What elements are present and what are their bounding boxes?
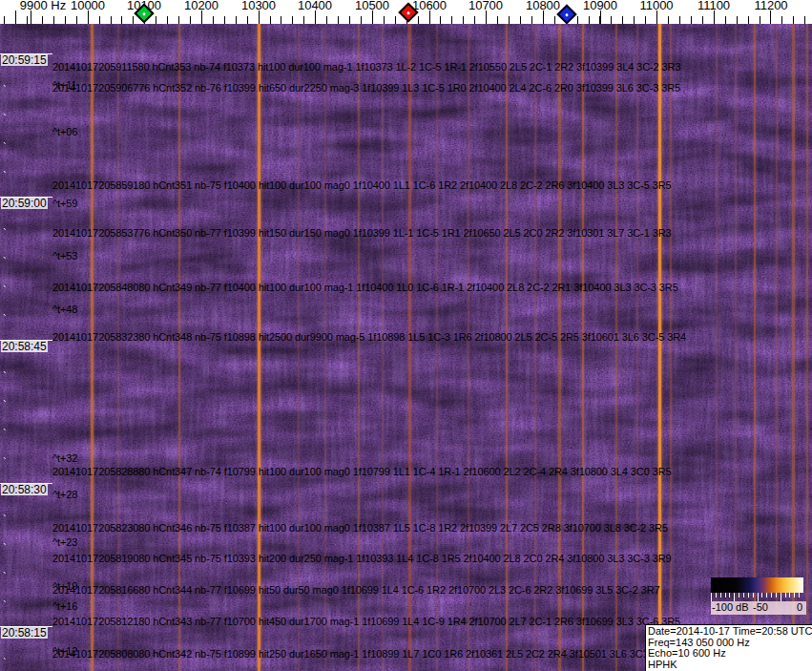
db-label-min: -100 dB bbox=[712, 601, 749, 614]
freq-tick-label: 11000 bbox=[639, 0, 673, 12]
event-time-marker: ^t+16 bbox=[52, 601, 77, 612]
db-scale-ticks bbox=[711, 593, 803, 601]
event-time-marker: ^t+12 bbox=[52, 646, 77, 657]
freq-tick-label: 10200 bbox=[184, 0, 219, 12]
freq-tick-label: 11200 bbox=[754, 0, 787, 12]
db-scale-labels: -100 dB -50 0 bbox=[711, 601, 806, 615]
freq-tick-label: 11100 bbox=[697, 0, 730, 12]
freq-tick-label: 10800 bbox=[526, 0, 560, 12]
freq-tick-label: 10000 bbox=[71, 0, 105, 12]
status-info-box: Date=2014-10-17 Time=20:58 UTC Freq=143 … bbox=[645, 624, 812, 671]
event-time-marker: ^t+48 bbox=[52, 304, 77, 315]
info-echo-frequency: Echo=10 600 Hz bbox=[648, 648, 812, 660]
freq-tick-label: 10700 bbox=[468, 0, 503, 12]
info-station-code: HPHK bbox=[648, 660, 812, 671]
info-date-time: Date=2014-10-17 Time=20:58 UTC bbox=[648, 626, 812, 638]
event-time-marker: ^t+06 bbox=[52, 127, 77, 137]
spectrogram-canvas[interactable]: 20:59:1520:59:0020:58:4520:58:3020:58:15… bbox=[0, 24, 812, 671]
meteor-echo-spectrogram-window: 9900 Hz100001010010200103001040010500106… bbox=[0, 0, 812, 671]
freq-tick-label: 9900 Hz bbox=[20, 0, 66, 12]
freq-tick-label: 10900 bbox=[583, 0, 617, 12]
freq-tick-label: 10400 bbox=[298, 0, 332, 12]
event-time-markers-layer: ^t+11^t+06^t+59^t+53^t+48^t+32^t+28^t+23… bbox=[0, 24, 812, 671]
frequency-axis: 9900 Hz100001010010200103001040010500106… bbox=[0, 0, 812, 24]
event-time-marker: ^t+19 bbox=[52, 581, 77, 592]
event-time-marker: ^t+28 bbox=[52, 490, 77, 500]
db-scale: -100 dB -50 0 bbox=[711, 577, 806, 615]
db-label-mid: -50 bbox=[753, 601, 768, 614]
freq-tick-label: 10500 bbox=[355, 0, 389, 12]
event-time-marker: ^t+32 bbox=[52, 453, 77, 464]
db-label-max: 0 bbox=[797, 601, 802, 614]
event-time-marker: ^t+59 bbox=[52, 199, 77, 209]
event-time-marker: ^t+23 bbox=[52, 537, 77, 548]
event-time-marker: ^t+53 bbox=[52, 251, 77, 262]
freq-tick-label: 10300 bbox=[241, 0, 276, 12]
event-time-marker: ^t+11 bbox=[52, 80, 77, 91]
db-gradient-bar bbox=[711, 577, 803, 593]
